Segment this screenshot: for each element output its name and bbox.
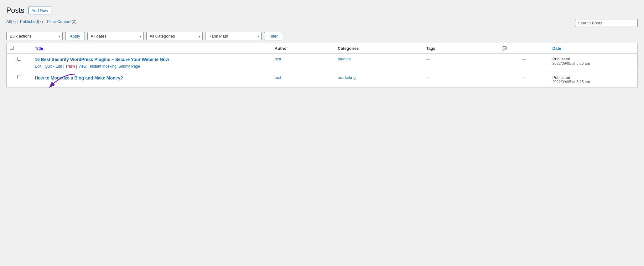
comments-header: 💬: [499, 43, 549, 54]
row-checkbox-1[interactable]: [17, 57, 21, 61]
row-actions-1: Edit | Quick Edit | Trash | View | Insta…: [35, 64, 268, 69]
rankmath-select[interactable]: Rank Math Good OK Bad: [205, 32, 262, 40]
post-date-status-2: Published: [552, 75, 634, 80]
comment-icon: 💬: [502, 46, 507, 51]
post-title-link-2[interactable]: How to Monetize a Blog and Make Money?: [35, 75, 123, 80]
author-link-2[interactable]: test: [275, 75, 281, 80]
trash-link-1[interactable]: Trash: [65, 64, 75, 69]
row-checkbox-cell: [7, 72, 32, 87]
post-date-cell-2: Published 2022/09/05 at 6:25 am: [549, 72, 637, 87]
post-categories-cell-2: marketing: [335, 72, 423, 87]
date-header[interactable]: Date: [549, 43, 637, 54]
title-header[interactable]: Title: [32, 43, 272, 54]
author-header: Author: [272, 43, 335, 54]
category-link-1[interactable]: plugins: [338, 57, 351, 61]
instant-indexing-link-1[interactable]: Instant Indexing: Submit Page: [90, 64, 140, 69]
post-comments-cell-1: —: [499, 54, 549, 72]
post-date-cell-1: Published 2022/09/05 at 6:26 am: [549, 54, 637, 72]
post-title-cell-1: 16 Best Security WordPress Plugins – Sec…: [32, 54, 272, 72]
post-date-value-1: 2022/09/05 at 6:26 am: [552, 61, 634, 66]
table-nav: Bulk actions Edit Move to Trash ▾ Apply …: [6, 29, 638, 43]
categories-wrapper: All Categories plugins marketing ▾: [146, 32, 203, 40]
bulk-actions-wrapper: Bulk actions Edit Move to Trash ▾: [6, 32, 63, 40]
page-title: Posts: [6, 6, 24, 15]
post-categories-cell-1: plugins: [335, 54, 423, 72]
category-link-2[interactable]: marketing: [338, 75, 356, 80]
search-input[interactable]: [575, 19, 638, 27]
dates-select[interactable]: All dates September 2022: [87, 32, 144, 40]
view-link-1[interactable]: View: [78, 64, 86, 69]
table-row: 16 Best Security WordPress Plugins – Sec…: [7, 54, 638, 72]
categories-header: Categories: [335, 43, 423, 54]
row-checkbox-2[interactable]: [17, 75, 21, 79]
post-tags-cell-1: —: [423, 54, 499, 72]
quick-edit-link-1[interactable]: Quick Edit: [45, 64, 62, 69]
tags-header: Tags: [423, 43, 499, 54]
bulk-actions-select[interactable]: Bulk actions Edit Move to Trash: [6, 32, 63, 40]
edit-link-1[interactable]: Edit: [35, 64, 41, 69]
apply-button[interactable]: Apply: [65, 32, 85, 40]
filter-pillar[interactable]: Pillar Content: [47, 19, 71, 24]
title-sort-link[interactable]: Title: [35, 46, 43, 51]
posts-table: Title Author Categories Tags 💬 Date: [6, 43, 638, 88]
post-title-cell-2: How to Monetize a Blog and Make Money?: [32, 72, 272, 87]
check-all-header: [7, 43, 32, 54]
date-sort-link[interactable]: Date: [552, 46, 561, 51]
post-date-value-2: 2022/09/05 at 6:25 am: [552, 80, 634, 84]
author-link-1[interactable]: test: [275, 57, 281, 61]
categories-select[interactable]: All Categories plugins marketing: [146, 32, 203, 40]
filter-published[interactable]: Published: [20, 19, 38, 24]
post-status-filters: All (7) | Published (7) | Pillar Content…: [6, 19, 76, 24]
filter-all[interactable]: All: [6, 19, 11, 24]
table-row: How to Monetize a Blog and Make Money? t…: [7, 72, 638, 87]
post-tags-cell-2: —: [423, 72, 499, 87]
post-author-cell-1: test: [272, 54, 335, 72]
post-comments-cell-2: —: [499, 72, 549, 87]
add-new-button[interactable]: Add New: [28, 7, 52, 14]
rankmath-wrapper: Rank Math Good OK Bad ▾: [205, 32, 262, 40]
post-author-cell-2: test: [272, 72, 335, 87]
dates-wrapper: All dates September 2022 ▾: [87, 32, 144, 40]
post-date-status-1: Published: [552, 57, 634, 61]
post-title-link-1[interactable]: 16 Best Security WordPress Plugins – Sec…: [35, 57, 169, 62]
check-all-checkbox[interactable]: [10, 46, 14, 50]
row-checkbox-cell: [7, 54, 32, 72]
filter-button[interactable]: Filter: [264, 32, 283, 40]
